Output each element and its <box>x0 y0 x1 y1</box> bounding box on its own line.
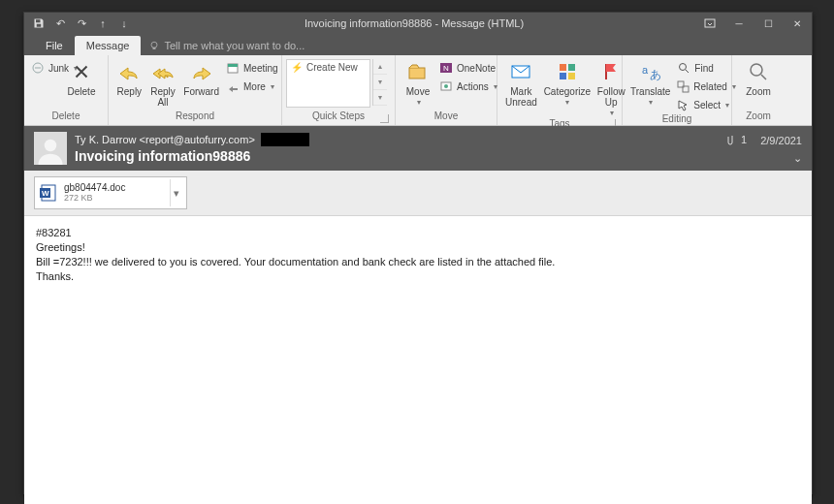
svg-point-24 <box>45 140 57 152</box>
reply-button[interactable]: Reply <box>112 59 146 97</box>
svg-rect-17 <box>568 73 575 79</box>
move-icon <box>405 59 431 84</box>
related-button[interactable]: Related▾ <box>674 78 728 95</box>
group-zoom: Zoom Zoom <box>732 55 785 125</box>
svg-point-12 <box>444 84 448 88</box>
ribbon: Junk▾ Delete Delete Reply Reply All Forw… <box>24 55 812 126</box>
tell-me-label: Tell me what you want to do... <box>164 40 305 51</box>
svg-rect-16 <box>560 73 566 79</box>
unread-label: Mark Unread <box>505 86 537 108</box>
translate-icon: aあ <box>638 59 663 84</box>
junk-button[interactable]: Junk▾ <box>28 59 59 77</box>
svg-point-3 <box>151 42 157 47</box>
save-icon[interactable] <box>30 15 48 32</box>
svg-rect-1 <box>37 24 42 27</box>
attachment-chip[interactable]: W gb804474.doc 272 KB ▾ <box>34 176 187 209</box>
group-editing: aあTranslate▾ Find Related▾ Select▾ Editi… <box>623 55 732 125</box>
quick-access-toolbar: ↶ ↷ ↑ ↓ <box>24 15 133 32</box>
more-respond-button[interactable]: More▾ <box>223 78 277 95</box>
attachment-bar: W gb804474.doc 272 KB ▾ <box>24 171 812 216</box>
meeting-button[interactable]: Meeting <box>223 59 277 77</box>
reply-all-label: Reply All <box>150 86 176 108</box>
from-line: Ty K. Darrow <report@autofurry.com> <box>75 133 309 146</box>
group-move: Move▾ NOneNote Actions▾ Move <box>396 55 497 125</box>
message-body[interactable]: #83281 Greetings! Bill =7232!!! we deliv… <box>24 216 812 504</box>
zoom-icon <box>746 59 771 84</box>
body-line: Greetings! <box>36 240 800 255</box>
actions-icon <box>439 79 453 93</box>
translate-label: Translate <box>630 86 670 97</box>
tab-message[interactable]: Message <box>75 36 142 55</box>
quick-steps-spinner[interactable]: ▴▾▾ <box>372 59 387 106</box>
group-delete: Junk▾ Delete Delete <box>24 55 109 125</box>
translate-button[interactable]: aあTranslate▾ <box>626 59 674 108</box>
attachment-filename: gb804474.doc <box>64 183 164 193</box>
avatar-icon <box>34 132 67 165</box>
onenote-icon: N <box>439 61 453 75</box>
attachment-dropdown-icon[interactable]: ▾ <box>170 179 182 206</box>
onenote-button[interactable]: NOneNote <box>436 59 493 77</box>
move-label: Move <box>406 86 430 97</box>
select-label: Select <box>693 100 721 110</box>
lightning-icon: ⚡ <box>291 62 303 73</box>
group-delete-label: Delete <box>52 110 80 121</box>
undo-icon[interactable]: ↶ <box>51 15 69 32</box>
ribbon-options-icon[interactable] <box>695 13 724 34</box>
from-text: Ty K. Darrow <report@autofurry.com> <box>75 134 255 145</box>
lightbulb-icon <box>148 40 160 51</box>
reply-label: Reply <box>117 86 143 97</box>
svg-rect-15 <box>568 64 575 71</box>
followup-label: Follow Up <box>597 86 626 108</box>
find-icon <box>677 61 690 75</box>
minimize-icon[interactable]: ─ <box>724 13 754 34</box>
quick-steps-gallery[interactable]: ⚡Create New <box>286 59 370 108</box>
attachment-size: 272 KB <box>64 193 164 203</box>
svg-rect-8 <box>409 68 425 79</box>
find-button[interactable]: Find <box>674 59 728 77</box>
forward-button[interactable]: Forward <box>179 59 223 97</box>
svg-rect-2 <box>705 19 715 27</box>
up-icon[interactable]: ↑ <box>94 15 112 32</box>
junk-icon <box>31 61 45 75</box>
reply-all-button[interactable]: Reply All <box>146 59 180 108</box>
subject-text: Invoicing information98886 <box>75 148 309 164</box>
group-respond-label: Respond <box>176 110 214 121</box>
svg-rect-4 <box>153 47 156 49</box>
group-editing-label: Editing <box>662 113 692 124</box>
more-label: More <box>243 81 266 92</box>
group-zoom-label: Zoom <box>746 110 771 121</box>
categorize-icon <box>555 59 580 84</box>
delete-label: Delete <box>68 86 96 97</box>
tell-me-search[interactable]: Tell me what you want to do... <box>141 36 312 55</box>
select-button[interactable]: Select▾ <box>674 96 728 113</box>
ribbon-tabs: File Message Tell me what you want to do… <box>24 34 812 55</box>
move-button[interactable]: Move▾ <box>400 59 436 108</box>
message-window: ↶ ↷ ↑ ↓ Invoicing information98886 - Mes… <box>23 12 813 494</box>
svg-point-20 <box>679 63 686 70</box>
delete-button[interactable]: Delete <box>59 59 104 97</box>
svg-rect-7 <box>228 64 238 67</box>
select-icon <box>677 98 690 111</box>
redo-icon[interactable]: ↷ <box>73 15 90 32</box>
body-line: Thanks. <box>36 269 800 284</box>
tab-file[interactable]: File <box>34 36 75 55</box>
find-label: Find <box>694 63 713 74</box>
forward-label: Forward <box>183 86 219 97</box>
group-move-label: Move <box>434 110 458 121</box>
word-doc-icon: W <box>39 183 58 203</box>
down-icon[interactable]: ↓ <box>115 15 133 32</box>
envelope-icon <box>508 59 533 84</box>
group-tags: Mark Unread Categorize▾ Follow Up▾ Tags <box>497 55 623 125</box>
received-date: 2/9/2021 <box>760 135 802 146</box>
close-icon[interactable]: ✕ <box>783 13 812 34</box>
expand-header-icon[interactable]: ⌄ <box>793 152 802 165</box>
attachment-indicator: 1 <box>726 134 747 147</box>
zoom-button[interactable]: Zoom <box>736 59 781 97</box>
attachment-count: 1 <box>741 134 747 145</box>
dialog-launcher-icon[interactable] <box>380 114 389 123</box>
maximize-icon[interactable]: ☐ <box>754 13 783 34</box>
mark-unread-button[interactable]: Mark Unread <box>501 59 541 108</box>
message-header: Ty K. Darrow <report@autofurry.com> Invo… <box>24 126 812 171</box>
categorize-button[interactable]: Categorize▾ <box>541 59 593 108</box>
actions-button[interactable]: Actions▾ <box>436 78 493 95</box>
